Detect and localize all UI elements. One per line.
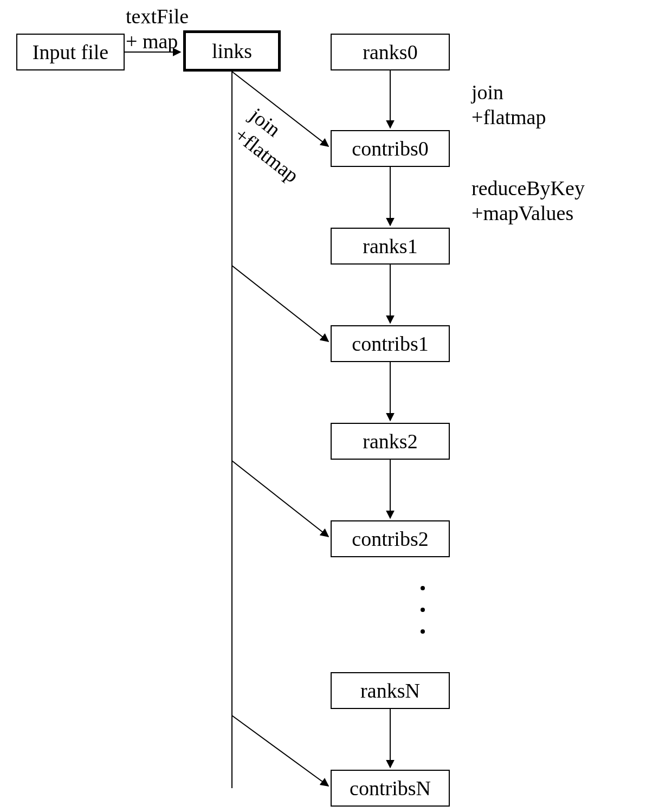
node-label: contribs1 [352, 332, 428, 356]
svg-line-4 [232, 461, 328, 537]
node-ranksN: ranksN [331, 672, 450, 709]
svg-line-5 [232, 716, 328, 786]
node-contribs2: contribs2 [331, 520, 450, 557]
node-label: contribs0 [352, 137, 428, 160]
node-label: Input file [33, 40, 108, 64]
edge-label-line: reduceByKey [471, 177, 585, 199]
node-ranks2: ranks2 [331, 423, 450, 460]
svg-point-14 [421, 629, 425, 634]
node-contribs1: contribs1 [331, 325, 450, 362]
edge-label-line: join [471, 81, 503, 104]
node-contribs0: contribs0 [331, 130, 450, 167]
edge-label-line: + map [126, 30, 178, 53]
node-input-file: Input file [16, 34, 125, 70]
node-contribsN: contribsN [331, 770, 450, 807]
node-label: contribs2 [352, 527, 428, 551]
node-ranks1: ranks1 [331, 228, 450, 265]
node-label: ranksN [360, 679, 420, 703]
node-ranks0: ranks0 [331, 34, 450, 70]
svg-point-13 [421, 608, 425, 612]
edge-label-textfile-map: textFile + map [126, 4, 189, 54]
edge-label-join-flatmap-diag: join +flatmap [230, 103, 319, 188]
edge-label-join-flatmap-right: join +flatmap [471, 80, 546, 130]
svg-point-12 [421, 586, 425, 590]
node-links: links [183, 30, 281, 72]
edge-label-line: +flatmap [471, 106, 546, 128]
edge-label-line: +mapValues [471, 202, 573, 224]
edge-label-line: textFile [126, 5, 189, 28]
node-label: links [212, 39, 252, 63]
node-label: ranks0 [363, 40, 417, 64]
edge-label-reduce-mapvalues: reduceByKey +mapValues [471, 176, 585, 225]
node-label: ranks1 [363, 234, 417, 258]
node-label: contribsN [350, 776, 431, 800]
svg-line-3 [232, 266, 328, 341]
node-label: ranks2 [363, 429, 417, 453]
